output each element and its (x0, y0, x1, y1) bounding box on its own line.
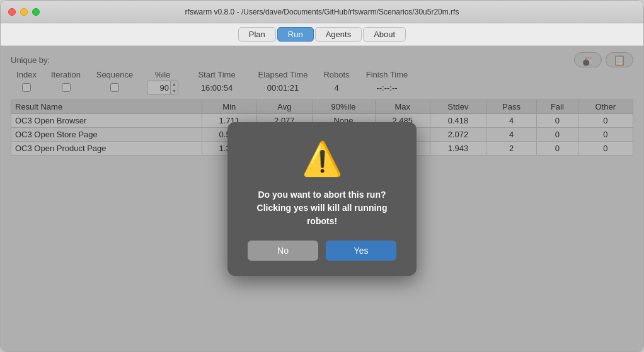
modal-yes-button[interactable]: Yes (326, 241, 396, 261)
modal-buttons: No Yes (248, 241, 396, 261)
minimize-button[interactable] (20, 8, 28, 16)
toolbar: Plan Run Agents About (1, 23, 643, 46)
titlebar: rfswarm v0.8.0 - /Users/dave/Documents/G… (1, 1, 643, 23)
close-button[interactable] (8, 8, 16, 16)
content-area: Unique by: 🎳 📋 Index Iteration Sequence … (1, 46, 643, 351)
tab-run[interactable]: Run (277, 27, 314, 42)
tab-about[interactable]: About (363, 27, 406, 42)
modal-warning-icon: ⚠️ (302, 140, 343, 178)
traffic-lights (8, 8, 40, 16)
main-window: rfswarm v0.8.0 - /Users/dave/Documents/G… (0, 0, 644, 352)
window-title: rfswarm v0.8.0 - /Users/dave/Documents/G… (185, 8, 459, 16)
maximize-button[interactable] (32, 8, 40, 16)
tab-agents[interactable]: Agents (315, 27, 362, 42)
modal-message: Do you want to abort this run?Clicking y… (248, 188, 396, 228)
modal-no-button[interactable]: No (248, 241, 318, 261)
tab-plan[interactable]: Plan (238, 27, 276, 42)
modal-overlay: ⚠️ Do you want to abort this run?Clickin… (1, 46, 643, 351)
modal-box: ⚠️ Do you want to abort this run?Clickin… (227, 122, 417, 276)
